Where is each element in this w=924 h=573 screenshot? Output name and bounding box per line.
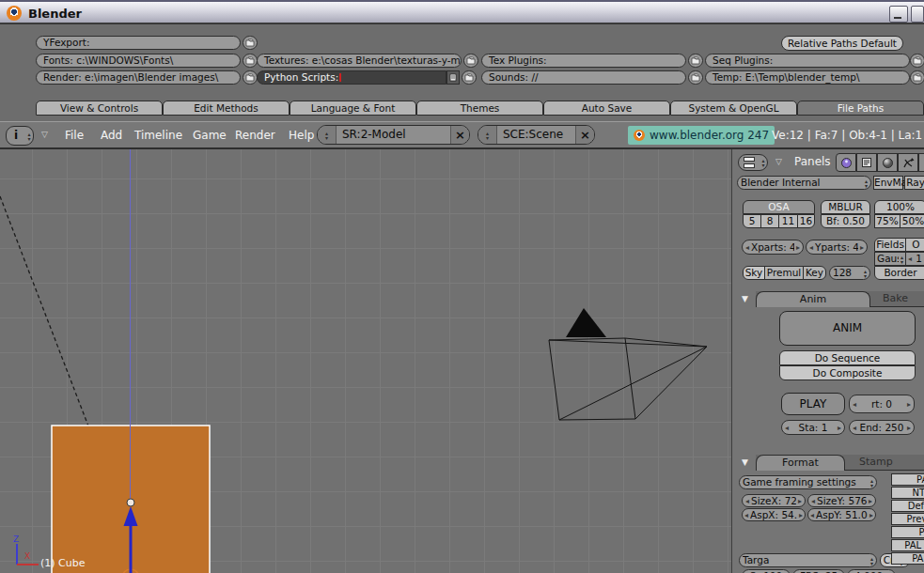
xparts-field[interactable]: ◂ Xparts: 4 ▸ — [742, 240, 804, 255]
osa-8-button[interactable]: 8 — [760, 214, 779, 228]
collapse-menu-icon[interactable]: ▽ — [775, 157, 782, 166]
preset-pal-button[interactable]: PAL — [891, 473, 924, 486]
filetype-dropdown[interactable]: Targa ▴▾ — [739, 553, 877, 567]
seq-plugins-field[interactable]: Seq Plugins: — [705, 54, 910, 68]
script-menu-icon[interactable] — [446, 70, 460, 85]
osa-11-button[interactable]: 11 — [778, 214, 798, 228]
increment-icon[interactable]: ▸ — [838, 422, 841, 434]
osa-toggle[interactable]: OSA — [743, 200, 815, 214]
tab-file-paths[interactable]: File Paths — [797, 101, 924, 116]
temp-path-field[interactable]: Temp: E:\Temp\blender_temp\ — [705, 70, 910, 85]
osa-5-button[interactable]: 5 — [743, 214, 761, 228]
maximize-button[interactable] — [911, 6, 924, 23]
tab-stamp[interactable]: Stamp — [859, 455, 893, 470]
increment-icon[interactable]: ▸ — [907, 422, 911, 434]
size-75-button[interactable]: 75% — [874, 214, 901, 228]
relative-paths-button[interactable]: Relative Paths Default — [781, 36, 903, 51]
manipulator-handle-dot[interactable] — [127, 499, 134, 506]
tab-bake[interactable]: Bake — [883, 291, 908, 306]
play-button[interactable]: PLAY — [781, 393, 845, 415]
close-icon[interactable]: × — [450, 126, 469, 144]
tab-anim[interactable]: Anim — [756, 291, 870, 307]
menu-file[interactable]: File — [65, 129, 84, 142]
textures-path-field[interactable]: Textures: e:\cosas Blender\texturas-y-ma… — [257, 54, 462, 68]
decrement-icon[interactable]: ◂ — [811, 495, 815, 507]
file-select-icon[interactable] — [463, 54, 478, 68]
aspy-field[interactable]: ◂ AspY: 51.00 ▸ — [807, 508, 876, 521]
file-select-icon[interactable] — [910, 54, 924, 68]
tab-themes[interactable]: Themes — [416, 101, 543, 116]
menu-help[interactable]: Help — [289, 129, 314, 142]
preset-pano-button[interactable]: PANO — [891, 552, 924, 565]
sounds-path-field[interactable]: Sounds: // — [481, 70, 686, 85]
close-icon[interactable]: × — [575, 126, 594, 144]
screen-selector[interactable]: ▴▾ SR:2-Model × — [317, 125, 470, 145]
menu-add[interactable]: Add — [101, 129, 122, 142]
decrement-icon[interactable]: ◂ — [809, 241, 813, 254]
fields-toggle[interactable]: Fields — [874, 238, 906, 252]
file-select-icon[interactable] — [243, 70, 258, 85]
border-toggle[interactable]: Border — [874, 266, 924, 280]
tab-view-controls[interactable]: View & Controls — [36, 101, 163, 116]
yparts-field[interactable]: ◂ Yparts: 4 ▸ — [806, 240, 868, 255]
decrement-icon[interactable]: ◂ — [745, 495, 749, 507]
screen-name[interactable]: SR:2-Model — [337, 126, 450, 144]
quality-q-field[interactable]: Q: 100 — [742, 569, 791, 573]
tab-language-font[interactable]: Language & Font — [290, 101, 416, 116]
extra-field[interactable]: 4.000 — [847, 569, 896, 573]
decrement-icon[interactable]: ◂ — [785, 422, 789, 434]
sizey-field[interactable]: ◂ SizeY: 576 ▸ — [807, 494, 876, 507]
file-select-icon[interactable] — [243, 54, 258, 68]
odd-toggle[interactable]: O — [905, 238, 924, 252]
mblur-toggle[interactable]: MBLUR — [821, 200, 870, 214]
scene-selector[interactable]: ▴▾ SCE:Scene × — [478, 125, 595, 145]
filter-dropdown[interactable]: Gauss ▴▾ — [874, 252, 906, 266]
viewport-3d[interactable]: Z X (1) Cube — [0, 149, 731, 573]
preset-pc-button[interactable]: PC — [891, 526, 924, 538]
file-select-icon[interactable] — [910, 70, 924, 85]
stepper-icon[interactable]: ▴▾ — [318, 126, 337, 144]
camera-object[interactable] — [549, 308, 707, 420]
increment-icon[interactable]: ▸ — [907, 398, 911, 410]
quality-field[interactable]: 128 ▴▾ — [829, 266, 870, 280]
window-type-button[interactable]: ▴▾ — [738, 154, 768, 171]
increment-icon[interactable]: ▸ — [869, 495, 872, 507]
title-bar[interactable]: Blender — [0, 0, 924, 24]
fonts-path-field[interactable]: Fonts: c:\WINDOWS\Fonts\ — [36, 54, 241, 68]
panel-collapse-icon[interactable]: ▼ — [742, 294, 748, 303]
size-50-button[interactable]: 50% — [900, 214, 924, 228]
render-path-field[interactable]: Render: e:\imagen\Blender images\ — [36, 70, 241, 85]
stepper-icon[interactable]: ▴▾ — [478, 126, 497, 144]
key-toggle[interactable]: Key — [803, 266, 826, 280]
yfexport-field[interactable]: YFexport: — [36, 36, 241, 50]
increment-icon[interactable]: ▸ — [799, 509, 803, 521]
increment-icon[interactable]: ▸ — [798, 495, 802, 507]
tab-edit-methods[interactable]: Edit Methods — [163, 101, 290, 116]
blur-factor-field[interactable]: Bf: 0.50 — [821, 214, 870, 228]
decrement-icon[interactable]: ◂ — [745, 241, 749, 254]
envmap-toggle[interactable]: EnvMa — [873, 176, 903, 190]
menu-game[interactable]: Game — [193, 129, 227, 142]
file-select-icon[interactable] — [688, 70, 703, 85]
decrement-icon[interactable]: ◂ — [853, 398, 856, 410]
osa-16-button[interactable]: 16 — [797, 214, 815, 228]
do-composite-toggle[interactable]: Do Composite — [779, 365, 916, 380]
tex-plugins-field[interactable]: Tex Plugins: — [481, 54, 686, 68]
menu-timeline[interactable]: Timeline — [134, 129, 182, 142]
size-100-button[interactable]: 100% — [874, 200, 924, 214]
logic-context-icon[interactable] — [836, 153, 856, 172]
tab-system-opengl[interactable]: System & OpenGL — [670, 101, 797, 116]
aspx-field[interactable]: ◂ AspX: 54.00 ▸ — [742, 508, 806, 521]
preset-preview-button[interactable]: Preview — [891, 513, 924, 525]
menu-render[interactable]: Render — [235, 129, 275, 142]
minimize-button[interactable] — [889, 6, 908, 23]
preset-default-button[interactable]: Default — [891, 500, 924, 512]
rt-field[interactable]: ◂ rt: 0 ▸ — [849, 395, 915, 413]
editing-context-icon[interactable] — [918, 153, 924, 172]
filter-size-field[interactable]: ◂ 1 — [905, 252, 924, 266]
anim-button[interactable]: ANIM — [779, 311, 916, 346]
script-context-icon[interactable] — [856, 153, 877, 172]
start-frame-field[interactable]: ◂ Sta: 1 ▸ — [781, 420, 845, 435]
render-engine-dropdown[interactable]: Blender Internal ▴▾ — [737, 176, 871, 190]
file-select-icon[interactable] — [462, 70, 477, 85]
